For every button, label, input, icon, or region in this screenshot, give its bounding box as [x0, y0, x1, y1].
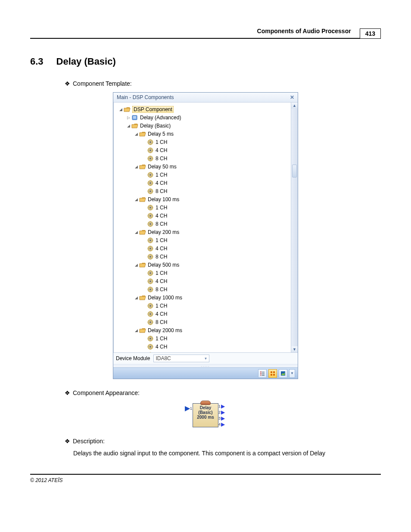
gear-icon: [147, 212, 154, 219]
svg-rect-137: [150, 283, 150, 283]
svg-rect-223: [273, 374, 275, 376]
toggle-icon[interactable]: ▷: [126, 115, 131, 120]
tree-label: 8 CH: [156, 254, 167, 260]
svg-rect-69: [152, 207, 153, 208]
svg-rect-136: [150, 279, 150, 280]
svg-rect-8: [148, 142, 149, 142]
folder-icon: [139, 196, 146, 202]
tree-leaf[interactable]: 1 CH: [115, 334, 289, 342]
svg-point-115: [149, 255, 151, 257]
tree-item[interactable]: ▷Delay (Advanced): [115, 113, 289, 121]
tree-leaf[interactable]: 4 CH: [115, 277, 289, 285]
tree-group[interactable]: ◢Delay 2000 ms: [115, 326, 289, 334]
view-thumb-button[interactable]: [279, 369, 287, 378]
toggle-icon[interactable]: ◢: [134, 132, 138, 136]
tree-group[interactable]: ◢Delay 200 ms: [115, 228, 289, 236]
scroll-up-icon[interactable]: ▲: [291, 103, 298, 109]
scroll-thumb[interactable]: [292, 165, 297, 177]
folder-icon: [139, 131, 146, 137]
tree-leaf[interactable]: 1 CH: [115, 203, 289, 212]
svg-rect-96: [150, 238, 150, 239]
tree-group[interactable]: ◢Delay 5 ms: [115, 130, 289, 138]
scroll-track[interactable]: [291, 109, 298, 346]
tree-group[interactable]: ◢Delay 50 ms: [115, 162, 289, 171]
vertical-scrollbar[interactable]: ▲ ▼: [291, 103, 298, 352]
toggle-icon[interactable]: ◢: [134, 296, 138, 300]
svg-rect-129: [152, 273, 153, 273]
svg-rect-28: [148, 158, 149, 159]
svg-rect-176: [150, 320, 150, 320]
toggle-icon[interactable]: ◢: [134, 230, 138, 234]
svg-rect-36: [150, 172, 150, 173]
svg-point-15: [149, 149, 151, 151]
tree-group[interactable]: ◢Delay 100 ms: [115, 195, 289, 203]
folder-icon: [131, 123, 138, 129]
tree-leaf[interactable]: 4 CH: [115, 179, 289, 187]
svg-rect-215: [262, 372, 265, 373]
svg-rect-79: [152, 215, 153, 216]
device-module-combo[interactable]: IDA8C ▼: [153, 355, 209, 362]
tree-group[interactable]: ◢Delay 500 ms: [115, 261, 289, 269]
tree-leaf[interactable]: 8 CH: [115, 154, 289, 162]
status-bar: ▼: [113, 367, 298, 379]
svg-rect-159: [152, 305, 153, 306]
svg-rect-128: [148, 273, 149, 273]
svg-rect-178: [148, 322, 149, 322]
toggle-icon[interactable]: ◢: [134, 197, 138, 202]
tree-leaf[interactable]: 8 CH: [115, 252, 289, 261]
tree-label: 1 CH: [156, 139, 167, 145]
gear-icon: [147, 335, 154, 342]
view-list-button[interactable]: [258, 369, 267, 378]
tree-leaf[interactable]: 8 CH: [115, 220, 289, 228]
svg-rect-9: [152, 142, 153, 142]
tree-group[interactable]: ◢Delay 1000 ms: [115, 293, 289, 302]
gear-icon: [147, 155, 154, 162]
toggle-icon[interactable]: ◢: [134, 328, 138, 333]
svg-rect-2: [133, 117, 136, 118]
svg-point-125: [149, 272, 151, 274]
tree-label: 8 CH: [156, 156, 167, 162]
svg-rect-27: [150, 160, 150, 161]
svg-rect-221: [273, 371, 275, 373]
tree-leaf[interactable]: 1 CH: [115, 171, 289, 179]
tree-leaf[interactable]: 1 CH: [115, 302, 289, 310]
svg-rect-67: [150, 209, 150, 210]
tree-leaf[interactable]: 1 CH: [115, 236, 289, 244]
tree-leaf[interactable]: 8 CH: [115, 187, 289, 195]
tree-leaf[interactable]: 1 CH: [115, 269, 289, 277]
pin-arrow-icon: ▶: [221, 422, 225, 426]
tree-label: Delay 50 ms: [148, 164, 177, 170]
toggle-icon[interactable]: ◢: [118, 107, 123, 112]
resize-grip[interactable]: ·····: [113, 364, 298, 367]
tree-item[interactable]: ◢Delay (Basic): [115, 121, 289, 130]
tree-leaf[interactable]: 8 CH: [115, 285, 289, 293]
view-grid-button[interactable]: [268, 369, 277, 378]
tree-leaf[interactable]: 8 CH: [115, 351, 289, 352]
tree-label: 4 CH: [156, 213, 167, 219]
component-tree[interactable]: ◢DSP Component▷Delay (Advanced)◢Delay (B…: [113, 103, 291, 352]
folder-icon: [139, 262, 146, 268]
svg-rect-86: [150, 221, 150, 222]
svg-rect-217: [262, 373, 265, 374]
toggle-icon[interactable]: ◢: [134, 263, 138, 267]
gear-icon: [147, 245, 154, 252]
toggle-icon[interactable]: ◢: [134, 165, 138, 169]
tree-label: 1 CH: [156, 336, 167, 342]
close-icon[interactable]: ✕: [290, 94, 294, 100]
comp-line2: (Basic): [194, 410, 217, 415]
tree-root[interactable]: ◢DSP Component: [115, 105, 289, 113]
tree-leaf[interactable]: 4 CH: [115, 310, 289, 318]
tree-leaf[interactable]: 4 CH: [115, 146, 289, 154]
tree-leaf[interactable]: 8 CH: [115, 318, 289, 326]
folder-icon: [131, 115, 138, 121]
view-options-dropdown[interactable]: ▼: [289, 369, 295, 378]
folder-icon: [139, 327, 146, 333]
tree-leaf[interactable]: 1 CH: [115, 138, 289, 146]
gear-icon: [147, 302, 154, 309]
tree-leaf[interactable]: 4 CH: [115, 244, 289, 252]
toggle-icon[interactable]: ◢: [126, 124, 131, 128]
tree-leaf[interactable]: 4 CH: [115, 342, 289, 351]
svg-rect-29: [152, 158, 153, 159]
tree-leaf[interactable]: 4 CH: [115, 212, 289, 220]
scroll-down-icon[interactable]: ▼: [291, 346, 298, 352]
